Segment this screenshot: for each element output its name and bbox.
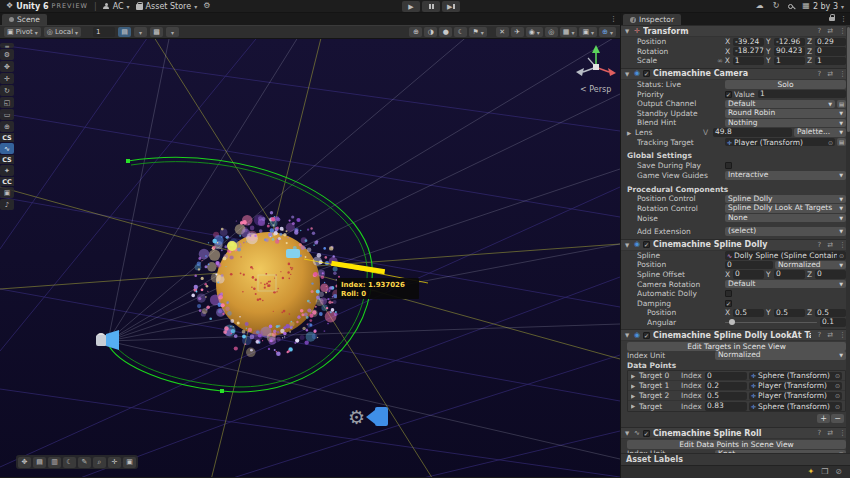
- save-during-play-checkbox[interactable]: [725, 162, 732, 169]
- scrollbar-thumb[interactable]: [847, 27, 850, 132]
- effects-dropdown[interactable]: ⚑▾: [469, 27, 486, 37]
- handle-rotation-dropdown[interactable]: ◎ Local ▾: [44, 27, 81, 37]
- add-item-button[interactable]: +: [817, 414, 830, 423]
- target-object-field[interactable]: ✛Sphere (Transform)⊙: [749, 372, 842, 381]
- foldout-icon[interactable]: ▼: [625, 332, 631, 338]
- lens-axis-toggle[interactable]: V: [703, 128, 711, 137]
- presets-icon[interactable]: ⇄: [827, 70, 833, 78]
- snap-increment-dropdown[interactable]: ▾: [166, 27, 179, 37]
- custom-tool-icon[interactable]: ✦: [0, 165, 14, 176]
- component-enabled-checkbox[interactable]: ✓: [643, 70, 650, 77]
- component-enabled-checkbox[interactable]: ✓: [643, 430, 650, 437]
- transform-tool-icon[interactable]: ⊕: [0, 121, 14, 132]
- grid-snap-dropdown[interactable]: ▾: [134, 27, 147, 37]
- orientation-overlay-icon[interactable]: ▤: [33, 457, 46, 468]
- history-icon[interactable]: ↻: [773, 2, 780, 10]
- foldout-icon[interactable]: ▼: [625, 71, 631, 77]
- foldout-icon[interactable]: ▼: [625, 242, 631, 248]
- position-control-dropdown[interactable]: Spline Dolly▼: [725, 195, 846, 204]
- tracking-target-object-field[interactable]: ✛ Player (Transform) ⊙: [725, 138, 835, 147]
- target-object-field[interactable]: ✛Player (Transform)⊙: [749, 392, 842, 401]
- view-tool-icon[interactable]: ⚙: [0, 49, 14, 60]
- step-button[interactable]: ▶: [442, 1, 460, 12]
- spline-knot[interactable]: [220, 389, 224, 393]
- rotation-y-field[interactable]: 90.423: [774, 47, 805, 56]
- object-picker-icon[interactable]: ⊙: [839, 252, 844, 259]
- tab-inspector[interactable]: i Inspector: [623, 14, 681, 25]
- overlay-handle[interactable]: ▬: [0, 43, 14, 48]
- component-menu-icon[interactable]: ⋮: [839, 27, 846, 35]
- package-icon[interactable]: ❒: [821, 468, 828, 476]
- rotation-control-dropdown[interactable]: Spline Dolly Look At Targets▼: [725, 204, 846, 213]
- persp-label[interactable]: < Persp: [580, 85, 611, 94]
- lookat-target-row[interactable]: ▶Target 1 Index 0.2 ✛Player (Transform)⊙: [628, 381, 845, 391]
- rotation-x-field[interactable]: -18.277: [733, 47, 764, 56]
- presets-icon[interactable]: ⇄: [827, 429, 833, 437]
- rotation-z-field[interactable]: 0: [815, 47, 846, 56]
- asset-store-dropdown[interactable]: Asset Store ▾: [136, 2, 198, 11]
- brush-overlay-icon[interactable]: ✎: [78, 457, 91, 468]
- no-label-icon[interactable]: ⊘: [835, 468, 842, 476]
- hidden-objects-icon[interactable]: ✕: [496, 27, 509, 37]
- blend-hint-dropdown[interactable]: Nothing▼: [725, 119, 846, 128]
- lighting-toggle-icon[interactable]: ●: [439, 27, 452, 37]
- link-scale-icon[interactable]: ∞: [717, 57, 723, 65]
- grid-overlay-icon[interactable]: ▥: [48, 457, 61, 468]
- offset-x-field[interactable]: 0: [733, 270, 764, 279]
- position-z-field[interactable]: 0.29: [815, 38, 846, 47]
- index-field[interactable]: 0: [705, 372, 747, 381]
- inspector-menu-icon[interactable]: ⋮: [840, 15, 847, 23]
- lookat-target-row[interactable]: ▶Target 0 Index 0 ✛Sphere (Transform)⊙: [628, 371, 845, 381]
- search-icon[interactable]: [788, 4, 793, 9]
- damping-checkbox[interactable]: ✓: [725, 300, 732, 307]
- offset-z-field[interactable]: 0: [815, 270, 846, 279]
- scene-viewport[interactable]: ⚙ Index: 1.937026 Roll: 0: [0, 39, 620, 477]
- target-settings-icon[interactable]: ▤: [837, 138, 846, 147]
- automatic-dolly-checkbox[interactable]: [725, 290, 732, 297]
- overlays-dropdown[interactable]: ▣▾: [579, 27, 597, 37]
- target-object-field[interactable]: ✛Sphere (Transform)⊙: [749, 402, 842, 411]
- transform-header[interactable]: ▼ ✛ Transform ? ⇄ ⋮: [621, 25, 850, 37]
- lens-fov-field[interactable]: 49.8: [713, 128, 792, 137]
- help-icon[interactable]: ?: [817, 241, 821, 249]
- index-field[interactable]: 0.5: [705, 392, 747, 401]
- target-object-field[interactable]: ✛Player (Transform)⊙: [749, 382, 842, 391]
- standby-update-dropdown[interactable]: Round Robin▼: [725, 109, 846, 118]
- edit-data-points-button[interactable]: Edit Data Points in Scene View: [627, 440, 846, 449]
- lookat-target-row[interactable]: ▶Target 2 Index 0.5 ✛Player (Transform)⊙: [628, 391, 845, 401]
- search-overlay-icon[interactable]: ⌕: [93, 457, 106, 468]
- inspector-scrollbar[interactable]: [846, 25, 850, 453]
- object-picker-icon[interactable]: ⊙: [835, 403, 840, 410]
- component-enabled-checkbox[interactable]: ✓: [643, 332, 650, 339]
- object-picker-icon[interactable]: ⊙: [835, 392, 840, 399]
- pivot-dropdown[interactable]: ▣ Pivot ▾: [4, 27, 41, 37]
- 2d-toggle-icon[interactable]: ◑: [424, 27, 437, 37]
- priority-value-field[interactable]: 1: [758, 90, 846, 99]
- foldout-icon[interactable]: ▶: [627, 130, 633, 136]
- spline-tool-icon[interactable]: ∿: [0, 143, 14, 154]
- foldout-icon[interactable]: ▼: [625, 28, 631, 34]
- player-marker[interactable]: [286, 249, 300, 258]
- tab-scene[interactable]: Scene: [2, 14, 47, 25]
- settings-gear-icon[interactable]: ⚙: [203, 2, 210, 10]
- rotate-tool-icon[interactable]: ↻: [0, 85, 14, 96]
- asset-bundle-icon[interactable]: ✦: [807, 468, 814, 476]
- lens-preset-dropdown[interactable]: Palette...▼: [794, 128, 846, 137]
- account-dropdown[interactable]: AC ▾: [103, 2, 130, 11]
- snap-increment-icon[interactable]: ▩: [150, 27, 163, 37]
- help-icon[interactable]: ?: [817, 331, 821, 339]
- play-button[interactable]: ▶: [402, 1, 420, 12]
- spline-object-field[interactable]: ∿ Dolly Spline (Spline Container) ⊙: [725, 251, 846, 260]
- index-field[interactable]: 0.83: [705, 402, 747, 411]
- noise-dropdown[interactable]: None▼: [725, 214, 846, 223]
- object-picker-icon[interactable]: ⊙: [828, 139, 833, 146]
- position-unit-dropdown[interactable]: Normalized▼: [775, 261, 846, 270]
- gizmo-overlay-icon[interactable]: ✛: [108, 457, 121, 468]
- scale-tool-icon[interactable]: ◱: [0, 97, 14, 108]
- presets-icon[interactable]: ⇄: [827, 27, 833, 35]
- moon-overlay-icon[interactable]: ☾: [63, 457, 76, 468]
- spline-dolly-header[interactable]: ▼ ◉ ✓ Cinemachine Spline Dolly ? ⇄ ⋮: [621, 239, 850, 251]
- cinemachine-camera-header[interactable]: ▼ ◉ ✓ Cinemachine Camera ? ⇄ ⋮: [621, 68, 850, 80]
- position-x-field[interactable]: -39.24: [733, 38, 764, 47]
- index-field[interactable]: 0.2: [705, 382, 747, 391]
